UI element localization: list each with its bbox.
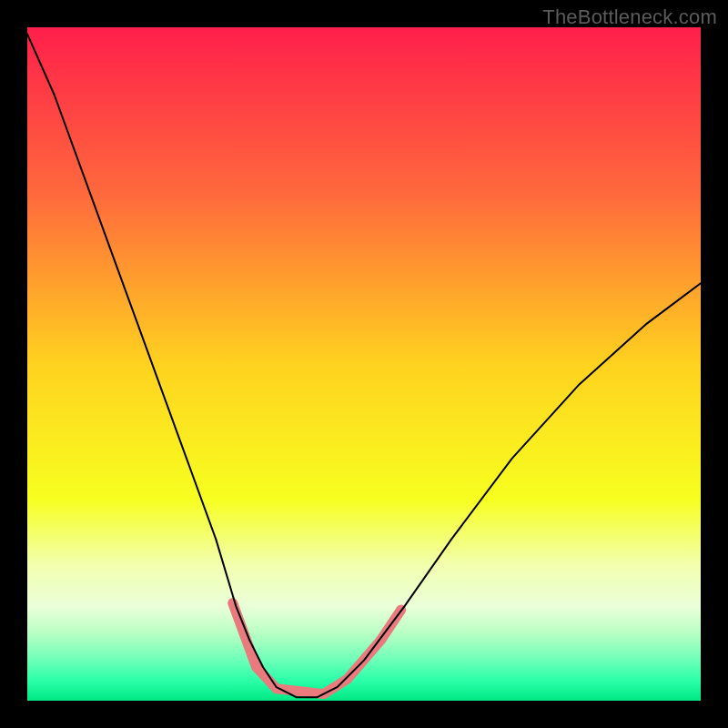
chart-stage: TheBottleneck.com bbox=[0, 0, 728, 728]
bottleneck-chart bbox=[0, 0, 728, 728]
plot-background bbox=[27, 27, 701, 701]
